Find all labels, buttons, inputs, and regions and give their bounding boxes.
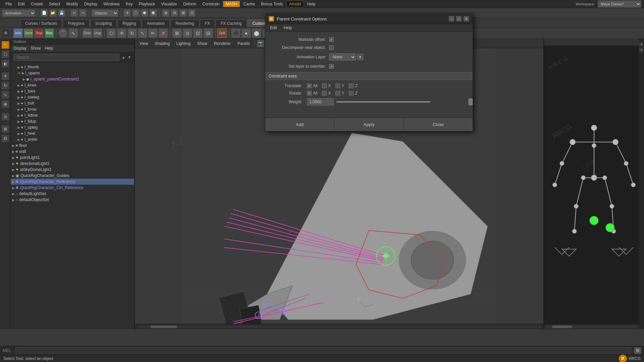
rotate-y-checkbox[interactable] [335, 91, 340, 96]
translate-all-checkbox[interactable] [307, 83, 312, 88]
tb2-rotate-btn[interactable]: ↻ [127, 28, 137, 38]
tb2-cage-btn[interactable]: ⊞ [172, 28, 182, 38]
outliner-item-9[interactable]: ▶●l_lidup [11, 118, 134, 124]
outliner-item-19[interactable]: ▶✱QuickRigCharacter_Reference [11, 179, 134, 185]
universal-left-btn[interactable]: ⊕ [1, 100, 9, 108]
tb2-close-btn[interactable]: ✕ [159, 28, 168, 38]
vp-shading-menu[interactable]: Shading [152, 41, 172, 47]
tb2-split-btn[interactable]: Split [217, 28, 227, 38]
snap-point-btn[interactable]: ⊠ [179, 9, 187, 17]
tab-fx-caching[interactable]: FX Caching [216, 19, 247, 27]
workspace-dropdown[interactable]: Maya Classic* [598, 0, 641, 8]
menu-modify[interactable]: Modify [63, 1, 80, 7]
menu-arnold[interactable]: Arnold [286, 1, 304, 7]
right-panel-hscroll-thumb[interactable] [552, 325, 572, 328]
tree-arrow-18[interactable]: ▶ [12, 174, 15, 178]
dialog-add-btn[interactable]: Add [265, 118, 334, 131]
snap-grid-btn[interactable]: ⊞ [162, 9, 169, 17]
tree-arrow-9[interactable]: ▶ [17, 120, 20, 123]
outliner-item-0[interactable]: ▶●l_thumb [11, 64, 134, 70]
tree-arrow-11[interactable]: ▶ [17, 132, 20, 135]
menu-key[interactable]: Key [123, 1, 136, 7]
tree-arrow-7[interactable]: ▶ [17, 108, 20, 111]
outliner-item-21[interactable]: ▶○defaultLightSet [11, 191, 134, 197]
outliner-item-8[interactable]: ▶●l_lidlow [11, 112, 134, 118]
tree-arrow-0[interactable]: ▶ [17, 65, 20, 69]
tree-arrow-6[interactable]: ▶ [17, 102, 20, 105]
tree-arrow-15[interactable]: ▶ [12, 156, 15, 160]
menu-mash[interactable]: MASH [223, 1, 240, 7]
menu-help[interactable]: Help [305, 1, 318, 7]
translate-x-checkbox[interactable] [322, 83, 327, 88]
vp-view-menu[interactable]: View [137, 41, 151, 47]
anim-layer-dropdown[interactable]: None [329, 53, 356, 61]
tb2-sphere-btn[interactable]: ● [241, 28, 251, 38]
move-left-btn[interactable]: ✛ [1, 72, 9, 80]
rotate-z-checkbox[interactable] [349, 91, 354, 96]
outliner-search-input[interactable] [13, 54, 119, 61]
menu-cache[interactable]: Cache [240, 1, 258, 7]
tb2-cube-btn[interactable]: ⬛ [231, 28, 240, 38]
tree-arrow-10[interactable]: ▶ [17, 126, 20, 129]
select-tool-btn[interactable]: ⬡ [132, 9, 140, 17]
outliner-item-5[interactable]: ▶●l_lowleg [11, 94, 134, 100]
outliner-item-1[interactable]: ▼●l_uparm [11, 70, 134, 76]
tree-arrow-22[interactable]: ▶ [12, 198, 15, 202]
tree-arrow-21[interactable]: ▶ [12, 192, 15, 196]
tb2-softmod-btn[interactable]: ⊙ [183, 28, 192, 38]
tab-animation[interactable]: Animation [142, 19, 170, 27]
right-side-up-btn[interactable]: ▲ [639, 42, 644, 46]
tab-rendering[interactable]: Rendering [170, 19, 199, 27]
tb2-scale-btn[interactable]: ⤡ [138, 28, 147, 38]
vp-lighting-menu[interactable]: Lighting [174, 41, 193, 47]
rotate-all-checkbox[interactable] [307, 91, 312, 96]
tab-fx[interactable]: FX [200, 19, 215, 27]
decompose-checkbox[interactable] [329, 45, 334, 50]
outliner-item-15[interactable]: ▶✦pointLight1 [11, 155, 134, 161]
tb2-run-btn[interactable]: Run [45, 28, 54, 38]
tb2-arc-btn[interactable]: ⌒ [58, 28, 68, 38]
dialog-edit-menu[interactable]: Edit [267, 25, 280, 31]
menu-windows[interactable]: Windows [101, 1, 122, 7]
set-layer-checkbox[interactable] [329, 64, 334, 69]
tb2-send-btn[interactable]: Send [24, 28, 33, 38]
tb2-stop-btn[interactable]: Stop [34, 28, 44, 38]
outliner-scroll-down[interactable]: ▼ [127, 55, 131, 60]
right-panel-hscroll[interactable] [545, 325, 637, 328]
tb2-ungroom-btn[interactable]: Ungr [93, 28, 102, 38]
snap-left-btn[interactable]: ⊟ [1, 134, 9, 142]
tb2-falloff-btn[interactable]: ⊡ [193, 28, 203, 38]
outliner-item-4[interactable]: ▶●l_toes [11, 88, 134, 94]
tree-arrow-19[interactable]: ▶ [12, 180, 15, 184]
vp-show-menu[interactable]: Show [195, 41, 210, 47]
translate-y-checkbox[interactable] [335, 83, 340, 88]
paint-tool-btn[interactable]: ⬣ [150, 9, 157, 17]
new-scene-btn[interactable]: 📄 [41, 9, 48, 17]
viewport-hscroll[interactable] [137, 325, 541, 328]
outliner-display-menu[interactable]: Display [13, 46, 26, 51]
vp-renderer-menu[interactable]: Renderer [211, 41, 233, 47]
outliner-item-11[interactable]: ▶●l_heel [11, 130, 134, 136]
outliner-item-6[interactable]: ▶●l_bolt [11, 100, 134, 106]
viewport-hscroll-thumb[interactable] [150, 325, 177, 328]
weight-input[interactable] [307, 98, 334, 106]
lasso-tool-btn[interactable]: ⬢ [141, 9, 148, 17]
tb2-info-btn[interactable]: Info [13, 28, 23, 38]
tab-polygons[interactable]: Polygons [63, 19, 89, 27]
snap-curve-btn[interactable]: ⊟ [171, 9, 178, 17]
tab-rigging[interactable]: Rigging [117, 19, 141, 27]
outliner-item-20[interactable]: ▶✱QuickRigCharacter_Ctrl_Reference [11, 185, 134, 191]
outliner-item-17[interactable]: ▶✦aiSkyDomeLight1 [11, 167, 134, 173]
menu-playback[interactable]: Playback [136, 1, 158, 7]
menu-deform[interactable]: Deform [180, 1, 199, 7]
tb2-weights-btn[interactable]: ⊟ [204, 28, 213, 38]
dialog-apply-btn[interactable]: Apply [334, 118, 404, 131]
translate-z-checkbox[interactable] [349, 83, 354, 88]
weight-slider[interactable] [336, 101, 430, 103]
rotate-x-checkbox[interactable] [322, 91, 327, 96]
tab-curves-surfaces[interactable]: Curves / Surfaces [20, 19, 62, 27]
redo-btn[interactable]: ↪ [79, 9, 87, 17]
menu-constrain[interactable]: Constrain [200, 1, 222, 7]
tree-arrow-2[interactable]: ▶ [23, 77, 25, 81]
outliner-item-10[interactable]: ▶●l_upleg [11, 124, 134, 130]
